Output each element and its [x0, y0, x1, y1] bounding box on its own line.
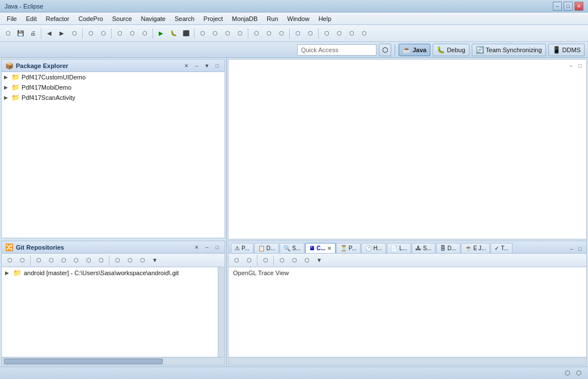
tab-log[interactable]: 📄 L... [387, 243, 411, 253]
package-explorer-maximize-btn[interactable]: □ [213, 62, 221, 70]
bottom-tb-1[interactable]: ⬡ [231, 255, 242, 266]
git-tb-7[interactable]: ⬡ [83, 255, 94, 266]
toolbar-btn-11[interactable]: ⬡ [263, 28, 274, 39]
menu-window[interactable]: Window [283, 12, 314, 24]
git-tb-3[interactable]: ⬡ [33, 255, 44, 266]
tab-data[interactable]: 🗄 D... [436, 243, 460, 253]
git-repo-item-0[interactable]: ▶ 📁 android [master] - C:\Users\Sasa\wor… [2, 267, 218, 279]
tab-tasks[interactable]: ✓ T... [490, 243, 512, 253]
minimize-button[interactable]: – [553, 2, 562, 11]
tab-declarations[interactable]: 📋 D... [254, 243, 280, 253]
tab-problems[interactable]: ⚠ P... [231, 243, 253, 253]
toolbar-btn-3[interactable]: ⬡ [114, 28, 125, 39]
bottom-tb-5[interactable]: ⬡ [289, 255, 300, 266]
bottom-tb-2[interactable]: ⬡ [243, 255, 255, 266]
toolbar-btn-12[interactable]: ⬡ [276, 28, 287, 39]
toolbar-btn-18[interactable]: ⬡ [358, 28, 370, 39]
perspective-icon-btn-1[interactable]: ⬡ [379, 44, 391, 56]
git-maximize-btn[interactable]: □ [213, 243, 221, 251]
menu-source[interactable]: Source [108, 12, 137, 24]
status-icon-2[interactable]: ⬡ [574, 369, 583, 378]
git-close-btn[interactable]: ✕ [193, 243, 201, 251]
menu-refactor[interactable]: Refactor [41, 12, 74, 24]
bottom-panel-maximize[interactable]: □ [576, 245, 584, 253]
toolbar-btn-stop[interactable]: ⬛ [180, 28, 192, 39]
package-explorer-menu-btn[interactable]: ▼ [203, 62, 211, 70]
toolbar-btn-16[interactable]: ⬡ [333, 28, 345, 39]
git-tb-5[interactable]: ⬡ [58, 255, 69, 266]
git-tb-11[interactable]: ⬡ [137, 255, 148, 266]
toolbar-btn-10[interactable]: ⬡ [251, 28, 262, 39]
toolbar-btn-save[interactable]: 💾 [15, 28, 26, 39]
menu-help[interactable]: Help [314, 12, 336, 24]
package-explorer-close-btn[interactable]: ✕ [183, 62, 191, 70]
toolbar-btn-15[interactable]: ⬡ [321, 28, 332, 39]
menu-search[interactable]: Search [170, 12, 199, 24]
project-item-1[interactable]: ▶ 📁 Pdf417MobiDemo [2, 82, 225, 92]
git-minimize-btn[interactable]: – [203, 243, 211, 251]
toolbar-btn-13[interactable]: ⬡ [292, 28, 303, 39]
maximize-button[interactable]: □ [564, 2, 573, 11]
bottom-tb-6[interactable]: ⬡ [301, 255, 312, 266]
tab-servers[interactable]: 🖧 S... [412, 243, 435, 253]
toolbar-btn-nav[interactable]: ⬡ [69, 28, 80, 39]
toolbar-btn-7[interactable]: ⬡ [209, 28, 221, 39]
toolbar-btn-new[interactable]: ⬡ [2, 28, 14, 39]
toolbar-btn-5[interactable]: ⬡ [139, 28, 150, 39]
git-tb-8[interactable]: ⬡ [95, 255, 107, 266]
git-tb-chevron[interactable]: ▼ [149, 255, 160, 266]
toolbar-btn-6[interactable]: ⬡ [197, 28, 208, 39]
close-button[interactable]: ✕ [574, 2, 583, 11]
tab-console[interactable]: 🖥 C... ✕ [305, 243, 336, 253]
toolbar-btn-2[interactable]: ⬡ [98, 28, 109, 39]
menu-monjadb[interactable]: MonjaDB [227, 12, 262, 24]
toolbar-btn-run[interactable]: ▶ [155, 28, 167, 39]
tab-ejb[interactable]: ☕ E J... [461, 243, 490, 253]
perspective-ddms[interactable]: 📱 DDMS [548, 44, 585, 56]
editor-maximize-btn[interactable]: □ [576, 62, 584, 70]
git-tb-1[interactable]: ⬡ [4, 255, 15, 266]
quick-access-input[interactable]: Quick Access [297, 44, 377, 56]
menu-navigate[interactable]: Navigate [137, 12, 170, 24]
toolbar-btn-9[interactable]: ⬡ [234, 28, 246, 39]
tab-history[interactable]: 🕐 H... [361, 243, 387, 253]
tab-progress[interactable]: ⏳ P... [336, 243, 361, 253]
tab-console-close[interactable]: ✕ [327, 246, 332, 251]
tab-search[interactable]: 🔍 S... [280, 243, 304, 253]
toolbar-btn-back[interactable]: ◀ [44, 28, 55, 39]
toolbar-btn-forward[interactable]: ▶ [56, 28, 67, 39]
toolbar-btn-14[interactable]: ⬡ [304, 28, 316, 39]
toolbar-btn-1[interactable]: ⬡ [85, 28, 96, 39]
status-icon-1[interactable]: ⬡ [563, 369, 572, 378]
editor-minimize-btn[interactable]: – [567, 62, 575, 70]
toolbar-btn-print[interactable]: 🖨 [27, 28, 39, 39]
perspective-team-sync[interactable]: 🔄 Team Synchronizing [472, 44, 546, 56]
menu-codepro[interactable]: CodePro [74, 12, 107, 24]
git-tb-10[interactable]: ⬡ [124, 255, 136, 266]
bottom-panel-hscroll[interactable] [229, 357, 586, 365]
toolbar-btn-4[interactable]: ⬡ [126, 28, 138, 39]
menu-file[interactable]: File [2, 12, 22, 24]
git-hscroll[interactable] [2, 357, 225, 365]
bottom-tb-4[interactable]: ⬡ [276, 255, 287, 266]
menu-run[interactable]: Run [262, 12, 282, 24]
perspective-debug[interactable]: 🐛 Debug [433, 44, 469, 56]
git-vscroll[interactable] [218, 267, 225, 357]
toolbar-btn-8[interactable]: ⬡ [222, 28, 233, 39]
git-tb-4[interactable]: ⬡ [45, 255, 57, 266]
git-tb-2[interactable]: ⬡ [16, 255, 28, 266]
toolbar-btn-17[interactable]: ⬡ [346, 28, 357, 39]
project-item-0[interactable]: ▶ 📁 Pdf417CustomUIDemo [2, 72, 225, 82]
project-item-2[interactable]: ▶ 📁 Pdf417ScanActivity [2, 92, 225, 103]
git-tb-9[interactable]: ⬡ [112, 255, 123, 266]
perspective-java[interactable]: ☕ Java [399, 44, 430, 56]
project-folder-icon-2: 📁 [11, 94, 20, 102]
toolbar-btn-debug[interactable]: 🐛 [168, 28, 179, 39]
bottom-panel-minimize[interactable]: – [568, 245, 576, 253]
package-explorer-minimize-btn[interactable]: – [193, 62, 201, 70]
bottom-tb-chevron[interactable]: ▼ [314, 255, 325, 266]
menu-edit[interactable]: Edit [22, 12, 41, 24]
git-tb-6[interactable]: ⬡ [70, 255, 82, 266]
bottom-tb-3[interactable]: ⬡ [260, 255, 271, 266]
menu-project[interactable]: Project [199, 12, 227, 24]
